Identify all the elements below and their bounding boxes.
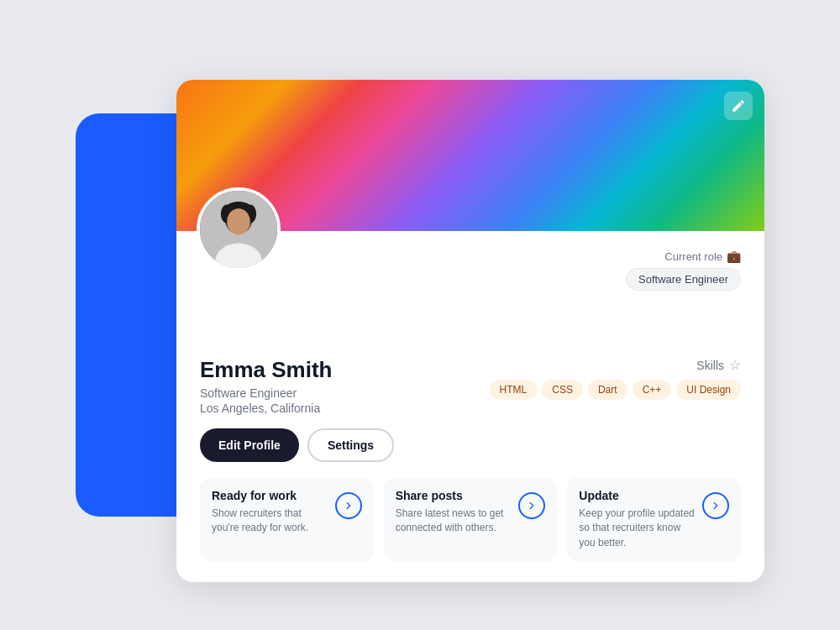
card-title-2: Update xyxy=(579,489,696,502)
user-name: Emma Smith xyxy=(200,357,490,383)
arrow-right-icon-2 xyxy=(710,500,722,512)
avatar-image xyxy=(200,191,277,268)
card-desc-0: Show recruiters that you're ready for wo… xyxy=(212,507,328,536)
card-desc-2: Keep your profile updated so that recrui… xyxy=(579,507,696,550)
card-arrow-1[interactable] xyxy=(518,492,545,519)
skill-tag: Dart xyxy=(588,380,627,400)
card-arrow-2[interactable] xyxy=(702,492,729,519)
edit-profile-button[interactable]: Edit Profile xyxy=(200,428,299,462)
card-text-block-1: Share posts Share latest news to get con… xyxy=(396,489,512,536)
card-arrow-0[interactable] xyxy=(335,492,362,519)
pencil-icon xyxy=(731,98,746,113)
skill-tag: CSS xyxy=(542,380,583,400)
skills-text: Skills xyxy=(696,359,724,372)
card-text-block-0: Ready for work Show recruiters that you'… xyxy=(212,489,328,536)
info-skills-row: Emma Smith Software Engineer Los Angeles… xyxy=(200,357,741,462)
action-cards-row: Ready for work Show recruiters that you'… xyxy=(200,477,741,562)
scene: Current role 💼 Software Engineer Emma Sm… xyxy=(76,80,764,550)
action-card-2: Update Keep your profile updated so that… xyxy=(567,477,741,562)
top-right-panel: Current role 💼 Software Engineer xyxy=(200,231,741,307)
current-role-text: Current role xyxy=(664,250,722,263)
profile-card: Current role 💼 Software Engineer Emma Sm… xyxy=(176,80,764,582)
svg-point-6 xyxy=(227,208,250,234)
skill-tag: UI Design xyxy=(676,380,741,400)
skills-tags: HTMLCSSDartC++UI Design xyxy=(490,380,741,400)
banner-edit-button[interactable] xyxy=(724,92,753,120)
role-badge: Software Engineer xyxy=(626,268,741,291)
user-info: Emma Smith Software Engineer Los Angeles… xyxy=(200,357,490,462)
action-card-1: Share posts Share latest news to get con… xyxy=(384,477,558,562)
card-title-0: Ready for work xyxy=(212,489,328,502)
card-title-1: Share posts xyxy=(396,489,512,502)
skills-section: Skills ☆ HTMLCSSDartC++UI Design xyxy=(490,357,741,400)
profile-content: Current role 💼 Software Engineer Emma Sm… xyxy=(176,231,764,582)
skill-tag: C++ xyxy=(633,380,672,400)
user-location: Los Angeles, California xyxy=(200,402,490,415)
settings-button[interactable]: Settings xyxy=(307,428,394,462)
current-role-label-row: Current role 💼 xyxy=(664,249,741,263)
skills-label-row: Skills ☆ xyxy=(696,357,741,373)
card-text-block-2: Update Keep your profile updated so that… xyxy=(579,489,696,550)
avatar xyxy=(197,187,281,271)
skill-tag: HTML xyxy=(490,380,538,400)
card-desc-1: Share latest news to get connected with … xyxy=(396,507,512,536)
star-icon: ☆ xyxy=(729,357,741,373)
avatar-svg xyxy=(200,187,277,271)
arrow-right-icon-1 xyxy=(526,500,538,512)
arrow-right-icon-0 xyxy=(343,500,354,512)
user-job-title: Software Engineer xyxy=(200,386,490,400)
role-panel: Current role 💼 Software Engineer xyxy=(626,239,741,307)
briefcase-icon: 💼 xyxy=(727,249,741,263)
action-buttons: Edit Profile Settings xyxy=(200,428,490,462)
action-card-0: Ready for work Show recruiters that you'… xyxy=(200,477,374,562)
